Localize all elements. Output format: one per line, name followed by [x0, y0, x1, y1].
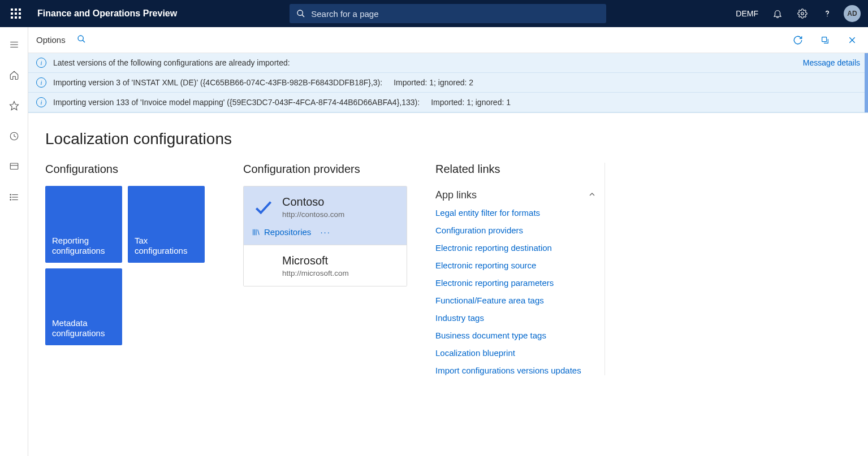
- svg-rect-5: [19, 12, 21, 15]
- scroll-indicator: [865, 53, 868, 112]
- related-links-heading: Related links: [435, 163, 597, 176]
- pop-out-button[interactable]: [817, 32, 833, 48]
- tile-label: Metadata configurations: [52, 318, 115, 338]
- page-title: Localization configurations: [45, 130, 851, 148]
- info-banner: i Importing version 3 of 'INSTAT XML (DE…: [28, 73, 868, 93]
- check-icon: [253, 197, 274, 218]
- provider-card-contoso[interactable]: Contoso http://contoso.com Repositories: [244, 186, 407, 245]
- star-icon: [9, 101, 19, 111]
- page-toolbar: Options: [28, 27, 868, 53]
- waffle-menu-button[interactable]: [5, 0, 27, 27]
- link-doc-type-tags[interactable]: Business document type tags: [435, 331, 597, 340]
- search-icon: [77, 34, 86, 44]
- workspace-icon: [9, 162, 19, 172]
- providers-section: Configuration providers Contoso http:: [243, 163, 407, 286]
- svg-point-9: [297, 10, 303, 15]
- link-er-parameters[interactable]: Electronic reporting parameters: [435, 278, 597, 288]
- svg-point-25: [10, 199, 11, 201]
- info-icon: i: [36, 97, 46, 107]
- svg-point-23: [10, 194, 11, 196]
- app-links-list: Legal entity filter for formats Configur…: [435, 208, 597, 375]
- svg-rect-3: [11, 12, 13, 15]
- user-avatar-button[interactable]: AD: [841, 0, 863, 27]
- provider-url: http://microsoft.com: [282, 269, 349, 277]
- svg-point-26: [78, 36, 83, 41]
- tile-label: Tax configurations: [135, 236, 198, 256]
- info-banner: i Latest versions of the following confi…: [28, 53, 868, 73]
- nav-home[interactable]: [2, 63, 26, 87]
- nav-modules[interactable]: [2, 185, 26, 209]
- repositories-link[interactable]: Repositories: [252, 227, 311, 237]
- info-banner: i Importing version 133 of 'Invoice mode…: [28, 93, 868, 112]
- svg-rect-4: [15, 12, 17, 15]
- banner-message: Importing version 3 of 'INSTAT XML (DE)'…: [53, 78, 382, 87]
- providers-heading: Configuration providers: [243, 163, 407, 176]
- search-input[interactable]: [311, 9, 599, 19]
- link-legal-entity-filter[interactable]: Legal entity filter for formats: [435, 208, 597, 218]
- info-icon: i: [36, 77, 46, 88]
- svg-rect-1: [15, 8, 17, 11]
- info-banners: i Latest versions of the following confi…: [28, 53, 868, 113]
- link-er-destination[interactable]: Electronic reporting destination: [435, 243, 597, 253]
- help-icon: [822, 8, 832, 19]
- page-search-button[interactable]: [77, 34, 86, 45]
- app-title: Finance and Operations Preview: [37, 8, 177, 19]
- refresh-icon: [793, 35, 803, 45]
- link-feature-tags[interactable]: Functional/Feature area tags: [435, 296, 597, 305]
- svg-marker-16: [10, 102, 18, 110]
- search-box[interactable]: [290, 4, 606, 23]
- notifications-button[interactable]: [766, 0, 789, 27]
- svg-point-12: [827, 16, 828, 17]
- clock-icon: [9, 131, 19, 141]
- refresh-button[interactable]: [790, 32, 806, 48]
- home-icon: [9, 70, 19, 80]
- svg-rect-7: [15, 16, 17, 19]
- settings-button[interactable]: [791, 0, 814, 27]
- main-area: Options i Latest versions of the followi…: [28, 27, 868, 456]
- tile-label: Reporting configurations: [52, 236, 115, 256]
- tile-metadata-configurations[interactable]: Metadata configurations: [45, 268, 122, 345]
- link-localization-blueprint[interactable]: Localization blueprint: [435, 348, 597, 358]
- banner-stat: Imported: 1; ignored: 1: [431, 98, 511, 107]
- nav-favorites[interactable]: [2, 94, 26, 118]
- avatar: AD: [844, 5, 861, 22]
- svg-rect-8: [19, 16, 21, 19]
- provider-more-button[interactable]: ···: [320, 227, 331, 237]
- tile-tax-configurations[interactable]: Tax configurations: [128, 186, 205, 263]
- link-er-source[interactable]: Electronic reporting source: [435, 260, 597, 270]
- nav-recent[interactable]: [2, 124, 26, 148]
- link-industry-tags[interactable]: Industry tags: [435, 313, 597, 323]
- link-import-config-updates[interactable]: Import configurations versions updates: [435, 366, 597, 375]
- search-icon: [296, 9, 305, 18]
- waffle-icon: [11, 8, 21, 19]
- banner-message: Latest versions of the following configu…: [53, 58, 290, 67]
- gear-icon: [797, 8, 807, 19]
- books-icon: [252, 228, 261, 237]
- nav-workspaces[interactable]: [2, 155, 26, 179]
- app-links-heading: App links: [435, 189, 477, 201]
- collapse-app-links[interactable]: [588, 190, 597, 201]
- provider-name: Contoso: [282, 196, 344, 209]
- side-rail: [0, 27, 28, 456]
- close-icon: [848, 36, 857, 45]
- configurations-section: Configurations Reporting configurations …: [45, 163, 215, 345]
- search-container: [177, 4, 719, 23]
- provider-card-microsoft[interactable]: Microsoft http://microsoft.com: [244, 245, 407, 286]
- help-button[interactable]: [816, 0, 839, 27]
- message-details-link[interactable]: Message details: [803, 58, 860, 67]
- global-header: Finance and Operations Preview DEMF AD: [0, 0, 868, 27]
- header-right: DEMF AD: [730, 0, 863, 27]
- hamburger-icon: [9, 40, 19, 50]
- info-icon: i: [36, 58, 46, 68]
- tile-reporting-configurations[interactable]: Reporting configurations: [45, 186, 122, 263]
- svg-rect-28: [822, 37, 827, 41]
- nav-expand-button[interactable]: [2, 33, 26, 57]
- company-picker[interactable]: DEMF: [730, 0, 764, 27]
- bell-icon: [772, 8, 783, 19]
- close-button[interactable]: [844, 32, 860, 48]
- link-configuration-providers[interactable]: Configuration providers: [435, 225, 597, 235]
- svg-rect-6: [11, 16, 13, 19]
- svg-line-27: [83, 40, 85, 42]
- active-check-icon: [252, 196, 275, 219]
- options-menu[interactable]: Options: [36, 35, 66, 45]
